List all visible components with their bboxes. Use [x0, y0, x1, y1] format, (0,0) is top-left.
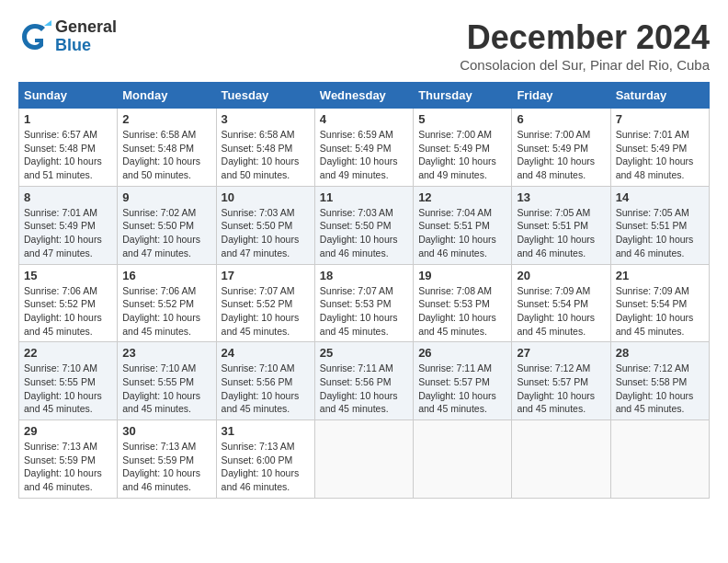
day-info: Sunrise: 7:12 AM Sunset: 5:57 PM Dayligh… [517, 362, 605, 416]
day-info: Sunrise: 7:06 AM Sunset: 5:52 PM Dayligh… [122, 284, 210, 339]
day-number: 6 [517, 112, 605, 126]
logo-general: General [55, 18, 117, 37]
logo-text: General Blue [55, 18, 117, 55]
day-number: 25 [320, 346, 408, 360]
table-cell: 23Sunrise: 7:10 AM Sunset: 5:55 PM Dayli… [118, 342, 216, 420]
table-cell: 8Sunrise: 7:01 AM Sunset: 5:49 PM Daylig… [19, 186, 118, 264]
logo-icon [18, 20, 51, 53]
header: General Blue December 2024 Consolacion d… [18, 18, 710, 73]
day-number: 10 [222, 190, 310, 204]
table-cell: 29Sunrise: 7:13 AM Sunset: 5:59 PM Dayli… [19, 420, 118, 499]
day-number: 20 [517, 269, 605, 282]
day-info: Sunrise: 7:00 AM Sunset: 5:49 PM Dayligh… [418, 128, 506, 182]
day-number: 8 [24, 190, 112, 204]
table-cell: 15Sunrise: 7:06 AM Sunset: 5:52 PM Dayli… [19, 264, 118, 342]
day-info: Sunrise: 7:11 AM Sunset: 5:57 PM Dayligh… [418, 362, 506, 416]
col-sunday: Sunday [19, 83, 118, 109]
day-info: Sunrise: 7:13 AM Sunset: 6:00 PM Dayligh… [222, 440, 310, 494]
table-cell [610, 420, 709, 499]
table-cell: 11Sunrise: 7:03 AM Sunset: 5:50 PM Dayli… [314, 186, 413, 264]
table-cell: 9Sunrise: 7:02 AM Sunset: 5:50 PM Daylig… [118, 186, 216, 264]
day-info: Sunrise: 7:00 AM Sunset: 5:49 PM Dayligh… [517, 128, 605, 182]
day-info: Sunrise: 7:08 AM Sunset: 5:53 PM Dayligh… [418, 284, 506, 339]
day-info: Sunrise: 7:10 AM Sunset: 5:55 PM Dayligh… [122, 362, 210, 416]
table-cell: 4Sunrise: 6:59 AM Sunset: 5:49 PM Daylig… [314, 109, 413, 187]
table-cell: 24Sunrise: 7:10 AM Sunset: 5:56 PM Dayli… [216, 342, 314, 420]
table-row: 1Sunrise: 6:57 AM Sunset: 5:48 PM Daylig… [19, 109, 710, 187]
table-cell [314, 420, 413, 499]
table-cell: 12Sunrise: 7:04 AM Sunset: 5:51 PM Dayli… [414, 186, 512, 264]
day-number: 15 [24, 269, 112, 282]
location-subtitle: Consolacion del Sur, Pinar del Rio, Cuba [460, 57, 710, 73]
table-cell: 20Sunrise: 7:09 AM Sunset: 5:54 PM Dayli… [512, 264, 610, 342]
day-number: 5 [418, 112, 506, 126]
logo: General Blue [18, 18, 117, 55]
day-number: 7 [616, 112, 704, 126]
title-area: December 2024 Consolacion del Sur, Pinar… [460, 18, 710, 73]
table-cell: 21Sunrise: 7:09 AM Sunset: 5:54 PM Dayli… [610, 264, 709, 342]
table-cell [414, 420, 512, 499]
day-info: Sunrise: 7:02 AM Sunset: 5:50 PM Dayligh… [122, 206, 210, 260]
table-cell: 18Sunrise: 7:07 AM Sunset: 5:53 PM Dayli… [314, 264, 413, 342]
day-number: 30 [122, 424, 210, 438]
table-cell: 16Sunrise: 7:06 AM Sunset: 5:52 PM Dayli… [118, 264, 216, 342]
col-thursday: Thursday [414, 83, 512, 109]
day-info: Sunrise: 7:07 AM Sunset: 5:52 PM Dayligh… [222, 284, 310, 339]
day-number: 3 [222, 112, 310, 126]
table-cell: 13Sunrise: 7:05 AM Sunset: 5:51 PM Dayli… [512, 186, 610, 264]
day-info: Sunrise: 7:06 AM Sunset: 5:52 PM Dayligh… [24, 284, 112, 339]
day-info: Sunrise: 7:13 AM Sunset: 5:59 PM Dayligh… [24, 440, 112, 494]
day-number: 11 [320, 190, 408, 204]
day-number: 12 [418, 190, 506, 204]
day-number: 1 [24, 112, 112, 126]
table-cell: 17Sunrise: 7:07 AM Sunset: 5:52 PM Dayli… [216, 264, 314, 342]
day-number: 22 [24, 346, 112, 360]
table-cell: 6Sunrise: 7:00 AM Sunset: 5:49 PM Daylig… [512, 109, 610, 187]
day-info: Sunrise: 6:59 AM Sunset: 5:49 PM Dayligh… [320, 128, 408, 182]
day-number: 29 [24, 424, 112, 438]
day-number: 31 [222, 424, 310, 438]
table-cell: 3Sunrise: 6:58 AM Sunset: 5:48 PM Daylig… [216, 109, 314, 187]
day-number: 13 [517, 190, 605, 204]
col-monday: Monday [118, 83, 216, 109]
table-row: 22Sunrise: 7:10 AM Sunset: 5:55 PM Dayli… [19, 342, 710, 420]
table-cell: 30Sunrise: 7:13 AM Sunset: 5:59 PM Dayli… [118, 420, 216, 499]
day-info: Sunrise: 7:11 AM Sunset: 5:56 PM Dayligh… [320, 362, 408, 416]
table-row: 8Sunrise: 7:01 AM Sunset: 5:49 PM Daylig… [19, 186, 710, 264]
day-number: 2 [122, 112, 210, 126]
table-cell: 14Sunrise: 7:05 AM Sunset: 5:51 PM Dayli… [610, 186, 709, 264]
day-number: 23 [122, 346, 210, 360]
table-cell: 22Sunrise: 7:10 AM Sunset: 5:55 PM Dayli… [19, 342, 118, 420]
day-number: 16 [122, 269, 210, 282]
month-title: December 2024 [460, 18, 710, 57]
day-number: 21 [616, 269, 704, 282]
table-cell: 2Sunrise: 6:58 AM Sunset: 5:48 PM Daylig… [118, 109, 216, 187]
day-number: 18 [320, 269, 408, 282]
col-saturday: Saturday [610, 83, 709, 109]
day-number: 24 [222, 346, 310, 360]
day-info: Sunrise: 7:10 AM Sunset: 5:55 PM Dayligh… [24, 362, 112, 416]
day-info: Sunrise: 7:03 AM Sunset: 5:50 PM Dayligh… [320, 206, 408, 260]
table-cell: 19Sunrise: 7:08 AM Sunset: 5:53 PM Dayli… [414, 264, 512, 342]
table-cell: 27Sunrise: 7:12 AM Sunset: 5:57 PM Dayli… [512, 342, 610, 420]
day-number: 19 [418, 269, 506, 282]
table-row: 15Sunrise: 7:06 AM Sunset: 5:52 PM Dayli… [19, 264, 710, 342]
day-info: Sunrise: 7:09 AM Sunset: 5:54 PM Dayligh… [616, 284, 704, 339]
day-number: 4 [320, 112, 408, 126]
table-cell: 10Sunrise: 7:03 AM Sunset: 5:50 PM Dayli… [216, 186, 314, 264]
table-cell: 31Sunrise: 7:13 AM Sunset: 6:00 PM Dayli… [216, 420, 314, 499]
day-number: 17 [222, 269, 310, 282]
day-info: Sunrise: 7:01 AM Sunset: 5:49 PM Dayligh… [616, 128, 704, 182]
day-number: 27 [517, 346, 605, 360]
day-info: Sunrise: 7:01 AM Sunset: 5:49 PM Dayligh… [24, 206, 112, 260]
calendar-table: Sunday Monday Tuesday Wednesday Thursday… [18, 82, 710, 499]
day-info: Sunrise: 7:03 AM Sunset: 5:50 PM Dayligh… [222, 206, 310, 260]
day-number: 28 [616, 346, 704, 360]
table-cell: 25Sunrise: 7:11 AM Sunset: 5:56 PM Dayli… [314, 342, 413, 420]
table-row: 29Sunrise: 7:13 AM Sunset: 5:59 PM Dayli… [19, 420, 710, 499]
col-tuesday: Tuesday [216, 83, 314, 109]
day-info: Sunrise: 7:07 AM Sunset: 5:53 PM Dayligh… [320, 284, 408, 339]
header-row: Sunday Monday Tuesday Wednesday Thursday… [19, 83, 710, 109]
day-info: Sunrise: 7:12 AM Sunset: 5:58 PM Dayligh… [616, 362, 704, 416]
day-number: 26 [418, 346, 506, 360]
